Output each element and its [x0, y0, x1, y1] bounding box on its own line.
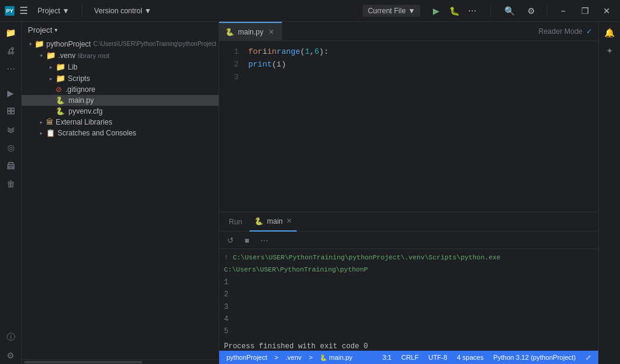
tree-item-mainpy[interactable]: 🐍 main.py — [22, 95, 219, 106]
status-file[interactable]: 🐍 main.py — [317, 354, 355, 361]
settings-button[interactable]: ⚙ — [523, 2, 539, 19]
status-sep2: > — [309, 354, 312, 361]
editor-area: 🐍 main.py ✕ Reader Mode ✓ 1 2 3 for i in… — [219, 22, 598, 364]
bottom-tab-close[interactable]: ✕ — [286, 217, 292, 225]
code-content[interactable]: for i in range(1, 6): print(i) — [243, 41, 598, 212]
tree-item-venv[interactable]: ▾ 📁 .venv library root — [22, 50, 219, 61]
tabs-bar: 🐍 main.py ✕ Reader Mode ✓ — [219, 22, 598, 41]
run-button[interactable]: ▶ — [427, 2, 444, 19]
tab-mainpy[interactable]: 🐍 main.py ✕ — [219, 22, 282, 41]
main-layout: 📁 ⋯ ▶ — [0, 22, 620, 364]
svg-rect-9 — [11, 108, 13, 111]
sidebar-icon-settings[interactable]: ⚙ — [2, 347, 19, 364]
tree-item-lib[interactable]: ▸ 📁 Lib — [22, 61, 219, 73]
close-button[interactable]: ✕ — [598, 2, 615, 19]
status-venv[interactable]: .venv — [283, 354, 304, 361]
status-position[interactable]: 3:1 — [380, 354, 394, 361]
tree-item-scratches[interactable]: ▸ 📋 Scratches and Consoles — [22, 128, 219, 138]
bottom-toolbar: ↺ ■ ⋯ — [219, 232, 598, 249]
titlebar-menu: Project ▼ — [33, 4, 74, 18]
svg-line-4 — [9, 49, 12, 50]
notification-icon[interactable]: 🔔 — [601, 24, 618, 41]
left-sidebar: 📁 ⋯ ▶ — [0, 22, 22, 364]
console-path-line: ↑ C:\Users\USER\PythonTraining\pythonPro… — [224, 252, 593, 276]
status-project[interactable]: pythonProject — [224, 354, 269, 361]
sidebar-icon-run[interactable]: ▶ — [2, 85, 19, 102]
status-encoding[interactable]: UTF-8 — [426, 354, 449, 361]
tree-item-gitignore[interactable]: ⊘ .gitignore — [22, 84, 219, 95]
code-line-3 — [248, 71, 593, 84]
maximize-button[interactable]: ❐ — [576, 2, 593, 19]
project-panel-header[interactable]: Project ▾ — [22, 22, 219, 38]
more-run-button[interactable]: ⋯ — [464, 2, 481, 19]
svg-point-1 — [8, 52, 10, 54]
svg-rect-8 — [7, 108, 10, 111]
console-num-5: 5 — [224, 325, 593, 337]
sidebar-icon-info[interactable]: ⓘ — [2, 329, 19, 346]
bottom-panel: Run 🐍 main ✕ ↺ ■ ⋯ ↑ C:\Users\USER\Pytho… — [219, 212, 598, 351]
console-num-2: 2 — [224, 288, 593, 301]
file-panel: Project ▾ ▾ 📁 pythonProject C:\Users\USE… — [22, 22, 219, 364]
svg-rect-11 — [8, 166, 13, 168]
run-config-selector[interactable]: Current File ▼ — [363, 5, 420, 17]
right-sidebar: 🔔 ✦ — [598, 22, 620, 364]
tree-item-pyvenvcfg[interactable]: 🐍 pyvenv.cfg — [22, 106, 219, 117]
tree-item-extlibs[interactable]: ▸ 🏛 External Libraries — [22, 117, 219, 128]
sidebar-icon-layers[interactable] — [2, 121, 19, 138]
debug-button[interactable]: 🐛 — [446, 2, 463, 19]
console-output: ↑ C:\Users\USER\PythonTraining\pythonPro… — [219, 249, 598, 351]
console-num-4: 4 — [224, 313, 593, 325]
code-line-1: for i in range(1, 6): — [248, 46, 593, 59]
vcs-menu-item[interactable]: Version control ▼ — [90, 4, 157, 18]
status-line-endings[interactable]: CRLF — [399, 354, 421, 361]
sidebar-icon-git[interactable] — [2, 42, 19, 59]
svg-point-2 — [11, 52, 13, 54]
bottom-tab-main[interactable]: 🐍 main ✕ — [249, 212, 297, 232]
titlebar: PY ☰ Project ▼ Version control ▼ Current… — [0, 0, 620, 22]
sidebar-icon-more[interactable]: ⋯ — [2, 60, 19, 77]
more-btn[interactable]: ⋯ — [257, 233, 271, 247]
line-numbers: 1 2 3 — [219, 41, 243, 212]
status-bar: pythonProject > .venv > 🐍 main.py 3:1 CR… — [219, 351, 598, 364]
sidebar-icon-services[interactable]: ◎ — [2, 139, 19, 156]
hamburger-menu[interactable]: ☰ — [19, 5, 28, 16]
status-indent[interactable]: 4 spaces — [455, 354, 486, 361]
tab-close-mainpy[interactable]: ✕ — [267, 28, 275, 36]
app-logo: PY — [5, 6, 15, 16]
svg-point-0 — [11, 48, 13, 50]
minimize-button[interactable]: − — [555, 2, 572, 19]
reader-mode-area: Reader Mode ✓ — [532, 27, 598, 36]
sidebar-icon-trash[interactable]: 🗑 — [2, 175, 19, 192]
sidebar-icon-packages[interactable] — [2, 103, 19, 120]
copilot-icon[interactable]: ✦ — [601, 42, 618, 59]
search-button[interactable]: 🔍 — [501, 2, 518, 19]
sidebar-icon-project[interactable]: 📁 — [2, 24, 19, 41]
sidebar-icon-print[interactable] — [2, 157, 19, 174]
code-line-2: print(i) — [248, 59, 593, 71]
tree-item-scripts[interactable]: ▸ 📁 Scripts — [22, 73, 219, 84]
tree-item-pythonproject[interactable]: ▾ 📁 pythonProject C:\Users\USER\PythonTr… — [22, 38, 219, 50]
status-expand-icon[interactable]: ⤢ — [583, 354, 593, 362]
status-sep1: > — [274, 354, 278, 361]
file-tree: ▾ 📁 pythonProject C:\Users\USER\PythonTr… — [22, 38, 219, 359]
status-python-version[interactable]: Python 3.12 (pythonProject) — [491, 354, 578, 361]
stop-btn[interactable]: ■ — [240, 233, 254, 247]
bottom-tab-run[interactable]: Run — [224, 212, 247, 232]
console-num-3: 3 — [224, 301, 593, 313]
code-editor[interactable]: 1 2 3 for i in range(1, 6): print(i) — [219, 41, 598, 212]
bottom-tabs-bar: Run 🐍 main ✕ — [219, 212, 598, 232]
svg-rect-7 — [11, 111, 13, 114]
project-menu-item[interactable]: Project ▼ — [33, 4, 74, 18]
console-num-1: 1 — [224, 276, 593, 288]
svg-rect-6 — [7, 111, 10, 114]
restart-btn[interactable]: ↺ — [223, 233, 237, 247]
console-footer: Process finished with exit code 0 — [224, 340, 593, 351]
